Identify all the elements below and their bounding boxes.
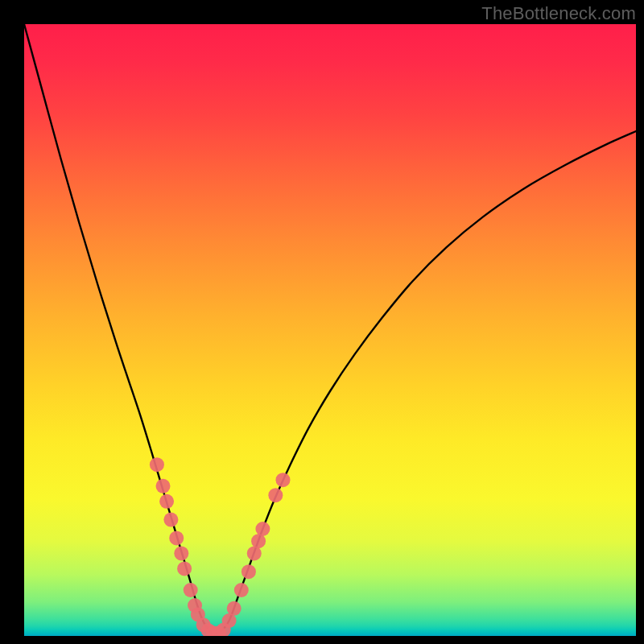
- data-point: [159, 494, 174, 509]
- highlight-dots: [150, 457, 291, 636]
- data-point: [150, 457, 164, 472]
- data-point: [174, 546, 188, 560]
- data-point: [156, 479, 171, 493]
- watermark-text: TheBottleneck.com: [481, 3, 636, 24]
- data-point: [255, 522, 270, 536]
- data-point: [234, 583, 249, 597]
- data-point: [184, 583, 198, 597]
- data-point: [268, 488, 283, 502]
- data-point: [177, 561, 192, 576]
- data-point: [242, 564, 256, 579]
- bottleneck-curve: [24, 24, 636, 634]
- chart-frame: TheBottleneck.com: [0, 0, 644, 644]
- curve-layer: [24, 24, 636, 636]
- data-point: [275, 473, 290, 487]
- data-point: [227, 601, 242, 616]
- plot-area: [24, 24, 636, 636]
- data-point: [163, 513, 178, 527]
- data-point: [169, 530, 184, 545]
